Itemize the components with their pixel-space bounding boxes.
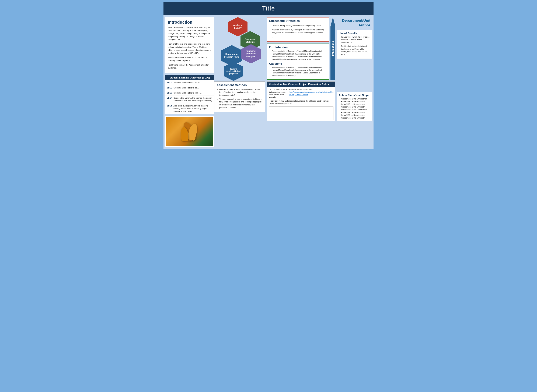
- dept-author-text: Department/UnitAuthor: [338, 18, 370, 28]
- strategies-list: Delete a box by clicking on the outline …: [269, 24, 327, 38]
- curriculum-cell-1: Click on Insert → Table (in top navigati…: [269, 88, 288, 98]
- curriculum-grid: Click on Insert → Table (in top navigati…: [269, 88, 333, 98]
- slo-num-3: SLO3: [167, 91, 173, 94]
- list-item: SLO1 Students will be able to know…: [165, 80, 214, 85]
- list-item: SLO5 Add more bullet points/arrows by go…: [165, 103, 214, 114]
- curriculum-wrapper: Curriculum Map/Student Project Evaluatio…: [267, 81, 335, 121]
- intro-title: Introduction: [168, 20, 212, 25]
- action-plans-box: Action Plans/Next Steps Assessment at th…: [337, 92, 372, 121]
- header: Title: [163, 2, 374, 15]
- use-results-title: Use of Results: [339, 32, 370, 35]
- slo-text-1: Students will be able to know…: [173, 81, 201, 84]
- list-item: Assessment at the University of Hawai'i …: [272, 66, 327, 77]
- list-item: Make an identical box by clicking on a b…: [272, 28, 327, 34]
- hex-grads-label: Number of graduates ever year: [246, 50, 256, 58]
- hex-program-label: Is a(an) new/established program?: [227, 68, 241, 75]
- slo-text-4: Click on this SmartArt to change the des…: [173, 97, 213, 102]
- assess-wrapper: Assessment Methods Double-click any text…: [214, 81, 265, 121]
- assessment-methods-box: Assessment Methods Double-click any text…: [214, 81, 265, 112]
- page-title: Title: [167, 5, 370, 12]
- capstone-title: Capstone: [269, 62, 327, 65]
- curriculum-header: Curriculum Map/Student Project Evaluatio…: [267, 82, 335, 87]
- intro-p1: When editing this document, save often o…: [168, 26, 212, 41]
- table-cell: [269, 107, 285, 111]
- list-item: .: [272, 36, 327, 38]
- strategies-title: Successful Strategies: [269, 19, 327, 23]
- curriculum-link[interactable]: http://manoa.hawaii.edu/assessment/howto…: [289, 91, 333, 96]
- dept-label: Department/UnitAuthor: [342, 18, 370, 27]
- table-cell: [285, 107, 301, 111]
- table-cell: [301, 111, 317, 115]
- slo-text-3: Students will be able to value…: [173, 91, 202, 94]
- hex-faculty-label: Number of Faculty: [233, 24, 243, 29]
- poster: Title Introduction When editing this doc…: [163, 2, 374, 149]
- curriculum-cell-2: For more info on rubrics, visit http://m…: [289, 88, 333, 98]
- table-cell: [317, 107, 333, 111]
- curriculum-cell-3: To edit table format and presentation, c…: [269, 100, 333, 105]
- list-item: Double-click on the photo to edit the lo…: [341, 45, 370, 56]
- table-cell: [317, 111, 333, 115]
- list-item: Assessment at the University of Hawai'i …: [272, 50, 327, 61]
- curriculum-box: Curriculum Map/Student Project Evaluatio…: [267, 81, 335, 121]
- implications-wrapper: Implications: [330, 17, 335, 80]
- table-row: [269, 111, 333, 115]
- action-plans-list: Assessment at the University of Hawai'i …: [339, 98, 370, 119]
- main-content: Introduction When editing this document,…: [163, 15, 374, 149]
- list-item: SLO3 Students will be able to value…: [165, 90, 214, 95]
- table-cell: [317, 115, 333, 120]
- hex-cluster: Number of Faculty Number of Students Dep…: [214, 17, 265, 77]
- right-panels-inner: Successful Strategies Delete a box by cl…: [267, 17, 329, 80]
- intro-text: When editing this document, save often o…: [168, 26, 212, 70]
- list-item: Double-click any text box to modify the …: [219, 88, 263, 97]
- use-results-list: Include your own photo(s) by going to In…: [339, 36, 370, 56]
- curriculum-text-prefix: For more info on rubrics, visit: [289, 89, 312, 90]
- action-plans-title: Action Plans/Next Steps: [339, 93, 370, 97]
- table-row: [269, 115, 333, 120]
- right-column: Department/UnitAuthor Use of Results Inc…: [337, 17, 372, 121]
- hex-students-label: Number of Students: [245, 38, 255, 43]
- implications-label: Implications: [332, 41, 334, 56]
- slo-num-4: SLO4: [167, 97, 173, 99]
- photo-box: [165, 116, 214, 147]
- intro-p4: Feel free to contact the Assessment Offi…: [168, 63, 212, 70]
- mid-right-content: Number of Faculty Number of Students Dep…: [214, 17, 335, 121]
- table-cell: [285, 111, 301, 115]
- curriculum-table: [269, 107, 333, 120]
- slo-num-1: SLO1: [167, 81, 173, 84]
- assessment-methods-list: Double-click any text box to modify the …: [217, 88, 263, 109]
- table-cell: [269, 111, 285, 115]
- exit-interview-title: Exit Interview: [269, 46, 327, 49]
- exit-box: Exit Interview Assessment at the Univers…: [267, 43, 329, 80]
- left-column: Introduction When editing this document,…: [165, 17, 214, 147]
- strategies-box: Successful Strategies Delete a box by cl…: [267, 17, 329, 42]
- slo-box: Student Learning Outcomes (SLOs) SLO1 St…: [165, 75, 214, 114]
- sculpture-decoration: [179, 120, 200, 143]
- dept-author: Department/UnitAuthor: [337, 17, 372, 28]
- table-cell: [269, 115, 285, 120]
- curriculum-content: Click on Insert → Table (in top navigati…: [267, 87, 335, 121]
- bottom-row: Assessment Methods Double-click any text…: [214, 81, 335, 121]
- photo-placeholder: [166, 117, 213, 146]
- exit-list: Assessment at the University of Hawai'i …: [269, 50, 327, 61]
- table-row: [269, 107, 333, 111]
- slo-num-5: SLO5: [167, 104, 173, 107]
- slo-text-5: Add more bullet points/arrows by going c…: [173, 104, 213, 113]
- intro-p3: Know that you can always undo changes by…: [168, 56, 212, 62]
- table-cell: [301, 107, 317, 111]
- list-item: Assessment at the University of Hawai'i …: [341, 98, 370, 119]
- table-cell: [285, 115, 301, 120]
- list-item: You can change the size of boxes (e.g., …: [219, 98, 263, 109]
- intro-p2: Highlight this text and paste your own t…: [168, 42, 212, 55]
- hex-program: Is a(an) new/established program?: [224, 62, 243, 81]
- list-item: SLO2 Students will be able to do…: [165, 85, 214, 90]
- mid-top-row: Number of Faculty Number of Students Dep…: [214, 17, 335, 80]
- capstone-list: Assessment at the University of Hawai'i …: [269, 66, 327, 77]
- slo-header: Student Learning Outcomes (SLOs): [165, 75, 214, 80]
- hex-dept-label: Department/ Program Facts: [224, 53, 239, 58]
- table-cell: [301, 115, 317, 120]
- list-item: Delete a box by clicking on the outline …: [272, 24, 327, 27]
- list-item: SLO4 Click on this SmartArt to change th…: [165, 95, 214, 103]
- use-results-box: Use of Results Include your own photo(s)…: [337, 30, 372, 59]
- intro-box: Introduction When editing this document,…: [165, 17, 214, 73]
- center-right-section: Number of Faculty Number of Students Dep…: [214, 17, 372, 121]
